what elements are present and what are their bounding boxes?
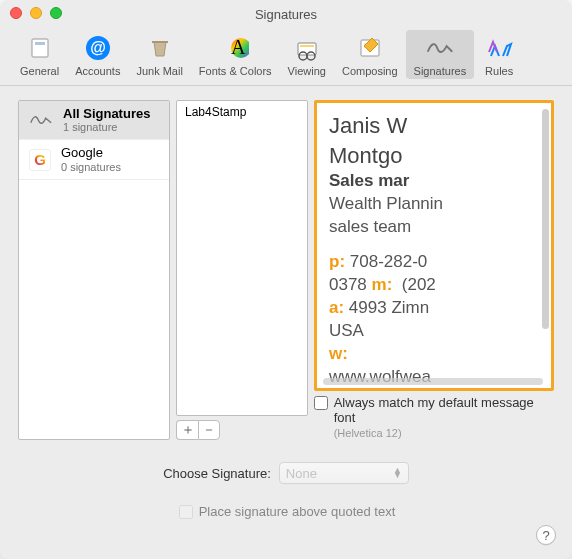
preview-vertical-scrollbar[interactable]: [542, 109, 549, 329]
titlebar: Signatures: [0, 0, 572, 24]
tab-composing[interactable]: Composing: [334, 30, 406, 79]
content-area: All Signatures 1 signature G Google 0 si…: [0, 86, 572, 559]
preview-column: Janis W Montgo Sales mar Wealth Plannin …: [314, 100, 554, 440]
above-quoted-row: Place signature above quoted text: [179, 504, 396, 519]
account-name: All Signatures: [63, 107, 150, 121]
svg-text:@: @: [90, 39, 106, 56]
signatures-preferences-window: Signatures General @ Accounts Junk Mail: [0, 0, 572, 559]
junk-mail-icon: [144, 32, 176, 64]
window-title: Signatures: [255, 7, 317, 22]
svg-rect-1: [35, 42, 45, 45]
choose-signature-select[interactable]: None ▲▼: [279, 462, 409, 484]
tab-junk-mail[interactable]: Junk Mail: [128, 30, 190, 79]
account-count: 0 signatures: [61, 161, 121, 173]
viewing-icon: [291, 32, 323, 64]
window-controls: [10, 7, 62, 19]
preview-dept2: sales team: [329, 216, 539, 239]
account-all-signatures[interactable]: All Signatures 1 signature: [19, 101, 169, 140]
svg-rect-8: [300, 45, 314, 47]
add-signature-button[interactable]: ＋: [176, 420, 198, 440]
add-remove-controls: ＋ －: [176, 420, 308, 440]
rules-icon: [483, 32, 515, 64]
preview-name-1: Janis W: [329, 111, 539, 141]
tab-general[interactable]: General: [12, 30, 67, 79]
remove-signature-button[interactable]: －: [198, 420, 220, 440]
composing-icon: [354, 32, 386, 64]
always-match-checkbox[interactable]: [314, 396, 328, 410]
choose-signature-label: Choose Signature:: [163, 466, 271, 481]
tab-fonts-colors[interactable]: A Fonts & Colors: [191, 30, 280, 79]
close-icon[interactable]: [10, 7, 22, 19]
account-name: Google: [61, 146, 121, 160]
always-match-label: Always match my default message font: [334, 395, 534, 425]
chevron-updown-icon: ▲▼: [393, 468, 402, 479]
accounts-icon: @: [82, 32, 114, 64]
signatures-column: Lab4Stamp ＋ －: [176, 100, 308, 440]
preview-horizontal-scrollbar[interactable]: [323, 378, 543, 385]
signature-preview[interactable]: Janis W Montgo Sales mar Wealth Plannin …: [314, 100, 554, 391]
general-icon: [24, 32, 56, 64]
signatures-list[interactable]: Lab4Stamp: [176, 100, 308, 416]
zoom-icon[interactable]: [50, 7, 62, 19]
svg-rect-0: [32, 39, 48, 57]
signature-item[interactable]: Lab4Stamp: [177, 101, 307, 123]
tab-viewing[interactable]: Viewing: [280, 30, 334, 79]
accounts-column: All Signatures 1 signature G Google 0 si…: [18, 100, 170, 440]
preview-name-2: Montgo: [329, 141, 539, 171]
tab-accounts[interactable]: @ Accounts: [67, 30, 128, 79]
always-match-row: Always match my default message font (He…: [314, 395, 554, 440]
minimize-icon[interactable]: [30, 7, 42, 19]
svg-text:A: A: [231, 36, 246, 58]
google-icon: G: [29, 149, 51, 171]
account-google[interactable]: G Google 0 signatures: [19, 140, 169, 179]
tab-rules[interactable]: Rules: [474, 30, 524, 79]
above-quoted-label: Place signature above quoted text: [199, 504, 396, 519]
tab-signatures[interactable]: Signatures: [406, 30, 475, 79]
preview-dept: Wealth Plannin: [329, 193, 539, 216]
account-count: 1 signature: [63, 121, 150, 133]
help-button[interactable]: ?: [536, 525, 556, 545]
above-quoted-checkbox[interactable]: [179, 505, 193, 519]
scribble-icon: [29, 110, 53, 130]
signatures-icon: [424, 32, 456, 64]
preferences-toolbar: General @ Accounts Junk Mail A Fonts & C…: [0, 24, 572, 86]
choose-signature-row: Choose Signature: None ▲▼: [18, 462, 554, 484]
accounts-list[interactable]: All Signatures 1 signature G Google 0 si…: [18, 100, 170, 440]
font-hint: (Helvetica 12): [334, 427, 402, 439]
fonts-colors-icon: A: [219, 32, 251, 64]
preview-role: Sales mar: [329, 170, 539, 193]
